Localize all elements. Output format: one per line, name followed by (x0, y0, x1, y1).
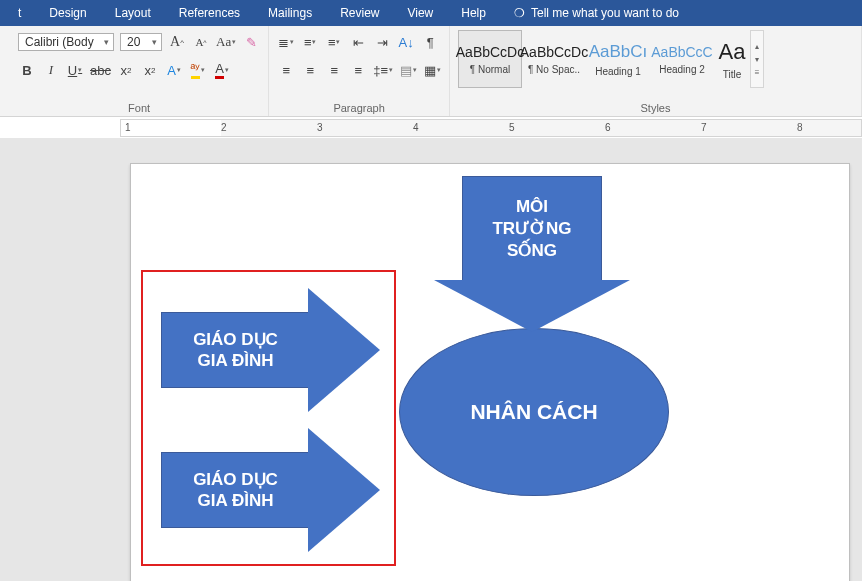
font-group: Calibri (Body▾ 20▾ A^ A^ Aa▾ ✎ B I U▾ ab… (10, 26, 269, 116)
ruler-tick: 8 (797, 122, 803, 133)
document-canvas[interactable]: NHÂN CÁCH MÔI TRƯỜNG SỐNG GIÁO DỤC GIA Đ… (0, 138, 862, 581)
font-color-button[interactable]: A▾ (213, 60, 231, 80)
styles-gallery-more[interactable]: ▴▾≡ (750, 30, 764, 88)
shape-oval[interactable]: NHÂN CÁCH (399, 328, 669, 496)
style-card-title[interactable]: Aa Title (714, 30, 750, 88)
menu-tab[interactable]: t (4, 0, 35, 26)
multilevel-button[interactable]: ≡▾ (325, 32, 343, 52)
chevron-down-icon: ▾ (152, 37, 157, 47)
menu-tab[interactable]: Review (326, 0, 393, 26)
tell-me[interactable]: ❍ Tell me what you want to do (500, 0, 693, 26)
menu-tab[interactable]: References (165, 0, 254, 26)
underline-button[interactable]: U▾ (66, 60, 84, 80)
ruler-tick: 3 (317, 122, 323, 133)
ruler-area: 1 2 3 4 5 6 7 8 (0, 117, 862, 139)
highlight-button[interactable]: ªʸ▾ (189, 60, 207, 80)
shape-down-arrow[interactable]: MÔI TRƯỜNG SỐNG (434, 176, 630, 332)
menu-tab[interactable]: Help (447, 0, 500, 26)
ribbon: Calibri (Body▾ 20▾ A^ A^ Aa▾ ✎ B I U▾ ab… (0, 26, 862, 117)
menu-tab[interactable]: Layout (101, 0, 165, 26)
text-effects-button[interactable]: A▾ (165, 60, 183, 80)
align-left-button[interactable]: ≡ (277, 60, 295, 80)
ruler-tick: 7 (701, 122, 707, 133)
borders-button[interactable]: ▦▾ (423, 60, 441, 80)
italic-button[interactable]: I (42, 60, 60, 80)
selection-rectangle[interactable] (141, 270, 396, 566)
ruler-tick: 2 (221, 122, 227, 133)
style-card-normal[interactable]: AaBbCcDc ¶ Normal (458, 30, 522, 88)
styles-group: AaBbCcDc ¶ Normal AaBbCcDc ¶ No Spac.. A… (450, 26, 862, 116)
lightbulb-icon: ❍ (514, 6, 525, 20)
ruler-tick: 6 (605, 122, 611, 133)
shape-oval-text: NHÂN CÁCH (470, 400, 597, 424)
align-right-button[interactable]: ≡ (325, 60, 343, 80)
page[interactable]: NHÂN CÁCH MÔI TRƯỜNG SỐNG GIÁO DỤC GIA Đ… (130, 163, 850, 581)
styles-group-label: Styles (458, 100, 853, 114)
shape-text: MÔI (516, 196, 548, 218)
shading-button[interactable]: ▤▾ (399, 60, 417, 80)
shrink-font-button[interactable]: A^ (192, 32, 210, 52)
sort-button[interactable]: A↓ (397, 32, 415, 52)
align-center-button[interactable]: ≡ (301, 60, 319, 80)
line-spacing-button[interactable]: ‡≡▾ (373, 60, 393, 80)
paragraph-group: ≣▾ ≡▾ ≡▾ ⇤ ⇥ A↓ ¶ ≡ ≡ ≡ ≡ ‡≡▾ ▤▾ ▦▾ (269, 26, 450, 116)
shape-text: TRƯỜNG (492, 218, 571, 240)
bold-button[interactable]: B (18, 60, 36, 80)
menu-bar: t Design Layout References Mailings Revi… (0, 0, 862, 26)
subscript-button[interactable]: x2 (117, 60, 135, 80)
styles-gallery: AaBbCcDc ¶ Normal AaBbCcDc ¶ No Spac.. A… (458, 30, 853, 88)
increase-indent-button[interactable]: ⇥ (373, 32, 391, 52)
superscript-button[interactable]: x2 (141, 60, 159, 80)
ruler-tick: 1 (125, 122, 131, 133)
font-name-combo[interactable]: Calibri (Body▾ (18, 33, 114, 51)
menu-tab[interactable]: Mailings (254, 0, 326, 26)
menu-tab[interactable]: Design (35, 0, 100, 26)
font-size-combo[interactable]: 20▾ (120, 33, 162, 51)
font-group-label: Font (18, 100, 260, 114)
decrease-indent-button[interactable]: ⇤ (349, 32, 367, 52)
shape-text: SỐNG (507, 240, 557, 262)
change-case-button[interactable]: Aa▾ (216, 32, 236, 52)
numbering-button[interactable]: ≡▾ (301, 32, 319, 52)
chevron-down-icon: ▾ (104, 37, 109, 47)
justify-button[interactable]: ≡ (349, 60, 367, 80)
ruler-tick: 4 (413, 122, 419, 133)
style-card-heading2[interactable]: AaBbCcC Heading 2 (650, 30, 714, 88)
paragraph-group-label: Paragraph (277, 100, 441, 114)
show-marks-button[interactable]: ¶ (421, 32, 439, 52)
bullets-button[interactable]: ≣▾ (277, 32, 295, 52)
menu-tab[interactable]: View (393, 0, 447, 26)
strike-button[interactable]: abc (90, 60, 111, 80)
clear-format-button[interactable]: ✎ (242, 32, 260, 52)
horizontal-ruler[interactable]: 1 2 3 4 5 6 7 8 (120, 119, 862, 137)
grow-font-button[interactable]: A^ (168, 32, 186, 52)
style-card-nospacing[interactable]: AaBbCcDc ¶ No Spac.. (522, 30, 586, 88)
ruler-tick: 5 (509, 122, 515, 133)
style-card-heading1[interactable]: AaBbCı Heading 1 (586, 30, 650, 88)
